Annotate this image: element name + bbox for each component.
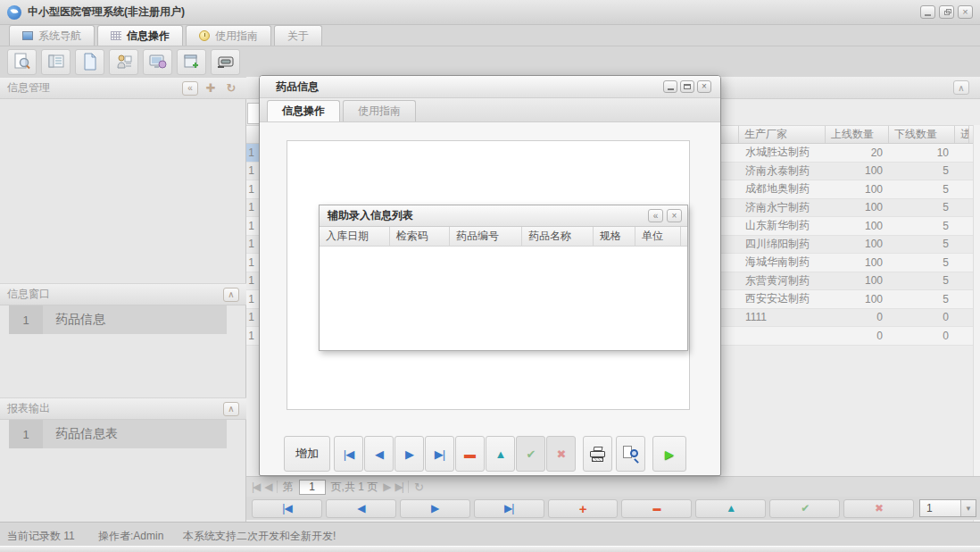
delete-row-icon: ▬ — [464, 448, 476, 460]
delete-record-button[interactable]: ▬ — [621, 499, 692, 518]
title-bar: 中小型医院管理系统(非注册用户) × — [0, 0, 980, 25]
dialog-tab-info-operation[interactable]: 信息操作 — [267, 100, 340, 121]
minimize-icon — [925, 14, 931, 16]
last-row-button[interactable]: ▶| — [425, 436, 454, 472]
panel-header-report-output[interactable]: 报表输出 ∧ — [0, 397, 246, 420]
print-icon — [589, 447, 607, 462]
list-view-icon — [47, 53, 65, 71]
column-header[interactable]: 上线数量 — [826, 126, 889, 143]
collapse-left-button[interactable]: « — [182, 81, 198, 96]
table-cell: 100 — [826, 199, 889, 217]
table-cell: 东营黄河制药 — [739, 272, 826, 290]
window-add-icon — [183, 53, 201, 71]
table-cell: 100 — [826, 163, 889, 180]
record-count-dropdown[interactable]: 1 ▼ — [919, 499, 976, 517]
delete-row-button[interactable]: ▬ — [455, 436, 485, 472]
helper-column-header[interactable]: 药品名称 — [522, 227, 594, 246]
document-button[interactable] — [75, 49, 104, 75]
item-label: 药品信息表 — [43, 420, 227, 448]
dialog-close-button[interactable]: × — [697, 80, 711, 93]
table-cell: 山东新华制药 — [739, 217, 826, 235]
tab-user-guide[interactable]: 使用指南 — [186, 25, 271, 46]
helper-panel-title: 辅助录入信息列表 — [328, 208, 413, 223]
table-cell: 5 — [889, 180, 955, 198]
dialog-body: 辅助录入信息列表 « × 入库日期检索码药品编号药品名称规格单位 增加 |◀◀▶… — [260, 122, 720, 474]
last-row-icon: ▶| — [435, 448, 444, 460]
drive-button[interactable] — [211, 49, 240, 75]
helper-column-header[interactable]: 单位 — [635, 227, 681, 246]
helper-column-header[interactable]: 药品编号 — [450, 227, 522, 246]
sidebar-item-drug-info[interactable]: 1 药品信息 — [9, 305, 227, 334]
column-header[interactable]: 进 — [955, 126, 969, 143]
prev-record-icon: ◀ — [357, 503, 364, 514]
helper-column-header[interactable]: 入库日期 — [320, 227, 390, 246]
tab-system-nav[interactable]: 系统导航 — [9, 25, 95, 46]
tab-about[interactable]: 关于 — [274, 25, 322, 46]
cancel-record-button[interactable]: ✖ — [843, 499, 914, 518]
save-record-button[interactable]: ✔ — [769, 499, 840, 518]
run-button[interactable]: ▶ — [652, 436, 686, 472]
refresh-button[interactable]: ↻ — [223, 81, 239, 96]
edit-row-button[interactable]: ▲ — [486, 436, 515, 472]
table-cell — [739, 327, 826, 345]
panel-collapse-button[interactable]: ∧ — [953, 80, 969, 95]
column-header[interactable]: 下线数量 — [889, 126, 955, 143]
first-record-button[interactable]: |◀ — [252, 499, 322, 518]
table-cell: 100 — [826, 180, 889, 198]
table-cell: 水城胜达制药 — [739, 144, 826, 162]
last-record-icon: ▶| — [504, 503, 513, 514]
minimize-button[interactable] — [920, 5, 935, 19]
refresh-page-icon[interactable]: ↻ — [414, 481, 424, 494]
tab-info-operation[interactable]: 信息操作 — [97, 25, 183, 46]
next-record-button[interactable]: ▶ — [400, 499, 470, 518]
helper-table-header: 入库日期检索码药品编号药品名称规格单位 — [320, 227, 687, 247]
collapse-up-button[interactable]: ∧ — [223, 288, 239, 302]
add-button[interactable]: 增加 — [284, 436, 330, 472]
page-number-input[interactable] — [299, 480, 326, 495]
next-page-icon[interactable]: ▶ — [383, 481, 389, 493]
prev-record-button[interactable]: ◀ — [326, 499, 396, 518]
sidebar-item-drug-info-report[interactable]: 1 药品信息表 — [9, 420, 227, 448]
panel-header-info-management[interactable]: 信息管理 « ✚ ↻ — [0, 77, 246, 99]
helper-column-header[interactable]: 规格 — [594, 227, 635, 246]
dialog-maximize-button[interactable] — [680, 80, 694, 93]
print-preview-button[interactable] — [616, 436, 645, 472]
collapse-left-icon: « — [653, 211, 659, 221]
list-view-button[interactable] — [41, 49, 71, 75]
grid-icon — [111, 31, 121, 40]
next-row-icon: ▶ — [405, 448, 413, 460]
cancel-row-button[interactable]: ✖ — [546, 436, 576, 472]
column-header[interactable]: 生产厂家 — [739, 126, 826, 143]
table-cell — [955, 290, 969, 308]
last-page-icon[interactable]: ▶| — [395, 481, 403, 493]
collapse-up-button[interactable]: ∧ — [223, 402, 239, 416]
add-button[interactable]: ✚ — [203, 81, 219, 96]
user-report-button[interactable] — [109, 49, 138, 75]
last-record-button[interactable]: ▶| — [474, 499, 544, 518]
window-add-button[interactable] — [177, 49, 206, 75]
dialog-tab-bar: 信息操作 使用指南 — [260, 98, 720, 122]
helper-column-header[interactable]: 检索码 — [390, 227, 450, 246]
screen-globe-button[interactable] — [143, 49, 172, 75]
bottom-bar: |◀◀▶▶|+▬▲✔✖ 1 ▼ — [246, 497, 980, 520]
add-record-button[interactable]: + — [548, 499, 619, 518]
panel-header-info-window[interactable]: 信息窗口 ∧ — [0, 283, 246, 305]
vertical-scrollbar[interactable] — [973, 125, 980, 532]
close-button[interactable]: × — [958, 5, 973, 19]
helper-collapse-button[interactable]: « — [648, 209, 663, 222]
cancel-record-icon: ✖ — [875, 503, 883, 514]
table-cell — [955, 144, 969, 162]
first-row-button[interactable]: |◀ — [334, 436, 363, 472]
edit-record-button[interactable]: ▲ — [695, 499, 766, 518]
first-page-icon[interactable]: |◀ — [252, 481, 259, 493]
save-row-button[interactable]: ✔ — [516, 436, 545, 472]
dialog-tab-user-guide[interactable]: 使用指南 — [343, 100, 416, 121]
search-doc-button[interactable] — [7, 49, 37, 75]
helper-close-button[interactable]: × — [667, 209, 682, 222]
prev-page-icon[interactable]: ◀ — [264, 481, 270, 493]
print-button[interactable] — [583, 436, 612, 472]
prev-row-button[interactable]: ◀ — [364, 436, 394, 472]
restore-button[interactable] — [939, 5, 954, 19]
next-row-button[interactable]: ▶ — [394, 436, 424, 472]
dialog-minimize-button[interactable] — [663, 80, 677, 93]
